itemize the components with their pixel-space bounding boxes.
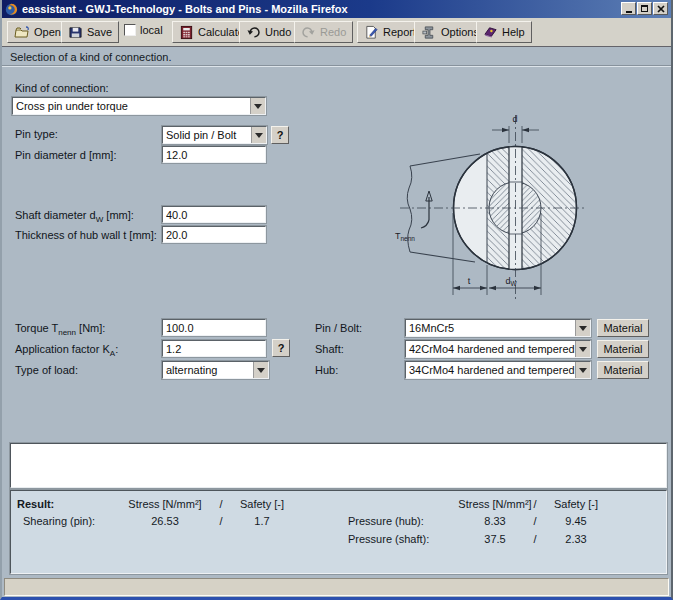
safety-header-right: Safety [-] [547, 498, 605, 510]
stress-header-left: Stress [N/mm²] [119, 498, 211, 510]
chevron-down-icon[interactable] [253, 362, 268, 378]
app-window: eassistant - GWJ-Technology - Bolts and … [0, 0, 673, 600]
separator: / [215, 515, 227, 527]
shaft-diameter-label: Shaft diameter dW [mm]: [15, 209, 134, 224]
local-checkbox-label: local [140, 24, 163, 36]
undo-label: Undo [265, 26, 291, 38]
firefox-logo-icon [5, 3, 18, 16]
result-safety-value: 2.33 [547, 533, 605, 545]
book-icon [483, 25, 498, 39]
status-bar [4, 578, 669, 596]
local-checkbox-row: local [124, 24, 163, 36]
pin-type-help-button[interactable]: ? [271, 126, 289, 144]
type-of-load-select[interactable]: alternating [162, 361, 269, 379]
torque-field[interactable] [162, 319, 266, 336]
save-button[interactable]: Save [61, 21, 119, 43]
document-pencil-icon [364, 25, 379, 40]
hub-wall-field[interactable] [162, 226, 266, 243]
maximize-button[interactable] [637, 2, 652, 15]
chevron-down-icon[interactable] [575, 320, 590, 336]
hub-material-select[interactable]: 34CrMo4 hardened and tempered [405, 361, 591, 379]
separator: / [529, 533, 541, 545]
close-button[interactable] [653, 2, 668, 15]
open-button[interactable]: Open [7, 21, 68, 43]
result-safety-value: 9.45 [547, 515, 605, 527]
dimension-d-label: d [512, 114, 517, 124]
chevron-down-icon[interactable] [250, 98, 265, 114]
separator: / [529, 498, 541, 510]
help-button[interactable]: Help [476, 21, 532, 43]
type-of-load-value: alternating [163, 364, 253, 376]
safety-header-left: Safety [-] [233, 498, 291, 510]
pin-type-value: Solid pin / Bolt [163, 129, 251, 141]
message-area[interactable] [10, 443, 667, 488]
local-checkbox[interactable] [124, 24, 136, 36]
hub-wall-label: Thickness of hub wall t [mm]: [15, 229, 157, 241]
pin-diameter-label: Pin diameter d [mm]: [15, 149, 116, 161]
pin-bolt-material-value: 16MnCr5 [406, 322, 575, 334]
pin-bolt-material-button[interactable]: Material [597, 319, 649, 337]
calculate-label: Calculate [198, 26, 244, 38]
separator: / [529, 515, 541, 527]
hub-material-value: 34CrMo4 hardened and tempered [406, 364, 575, 376]
dimension-t-label: t [468, 276, 471, 286]
result-stress-value: 26.53 [119, 515, 211, 527]
minimize-button[interactable] [621, 2, 636, 15]
redo-arrow-icon [301, 26, 316, 39]
torque-symbol-label: Tnenn [395, 231, 415, 242]
hub-material-button[interactable]: Material [597, 361, 649, 379]
kind-of-connection-label: Kind of connection: [15, 82, 109, 94]
dimension-dw-label: dW [505, 276, 517, 287]
results-title: Result: [17, 498, 54, 510]
shaft-diameter-field[interactable] [162, 206, 266, 223]
silhouette-bottom-line [410, 252, 475, 262]
result-stress-value: 37.5 [449, 533, 541, 545]
section-header: Selection of a kind of connection. [2, 48, 671, 66]
hub-label: Hub: [315, 364, 338, 376]
silhouette-top-line [410, 154, 480, 166]
kind-of-connection-select[interactable]: Cross pin under torque [12, 97, 266, 115]
window-title: eassistant - GWJ-Technology - Bolts and … [22, 3, 348, 15]
undo-arrow-icon [246, 26, 261, 39]
section-header-text: Selection of a kind of connection. [10, 51, 171, 63]
result-row-label: Shearing (pin): [23, 515, 95, 527]
application-factor-help-button[interactable]: ? [272, 339, 290, 357]
title-bar: eassistant - GWJ-Technology - Bolts and … [2, 0, 671, 18]
minimize-icon [626, 11, 632, 13]
pin-diameter-field[interactable] [162, 146, 266, 163]
application-factor-field[interactable] [162, 340, 266, 357]
report-label: Report [383, 26, 416, 38]
chevron-down-icon[interactable] [251, 127, 266, 143]
open-label: Open [34, 26, 61, 38]
shaft-material-select[interactable]: 42CrMo4 hardened and tempered [405, 340, 591, 358]
maximize-icon [641, 5, 648, 12]
undo-button[interactable]: Undo [239, 21, 298, 43]
pin-type-label: Pin type: [15, 128, 58, 140]
type-of-load-label: Type of load: [15, 364, 78, 376]
redo-button[interactable]: Redo [294, 21, 353, 43]
calculator-icon [179, 25, 194, 40]
options-label: Options [441, 26, 479, 38]
application-factor-label: Application factor KA: [15, 343, 118, 358]
result-safety-value: 1.7 [233, 515, 291, 527]
shaft-material-button[interactable]: Material [597, 340, 649, 358]
torque-label: Torque Tnenn [Nm]: [15, 322, 105, 337]
toolbar: Open Save local Calcu [2, 18, 671, 47]
pin-bolt-label: Pin / Bolt: [315, 322, 362, 334]
pin-type-select[interactable]: Solid pin / Bolt [162, 126, 267, 144]
open-folder-icon [14, 25, 30, 40]
shaft-material-value: 42CrMo4 hardened and tempered [406, 343, 575, 355]
redo-label: Redo [320, 26, 346, 38]
floppy-disk-icon [68, 25, 83, 40]
results-panel: Result: Stress [N/mm²] / Safety [-] Stre… [10, 490, 667, 574]
kind-of-connection-value: Cross pin under torque [13, 100, 250, 112]
clamp-tool-icon [421, 25, 437, 40]
result-stress-value: 8.33 [449, 515, 541, 527]
chevron-down-icon[interactable] [575, 362, 590, 378]
result-row-label: Pressure (hub): [348, 515, 424, 527]
stress-header-right: Stress [N/mm²] [449, 498, 541, 510]
result-row-label: Pressure (shaft): [348, 533, 429, 545]
chevron-down-icon[interactable] [575, 341, 590, 357]
save-label: Save [87, 26, 112, 38]
pin-bolt-material-select[interactable]: 16MnCr5 [405, 319, 591, 337]
